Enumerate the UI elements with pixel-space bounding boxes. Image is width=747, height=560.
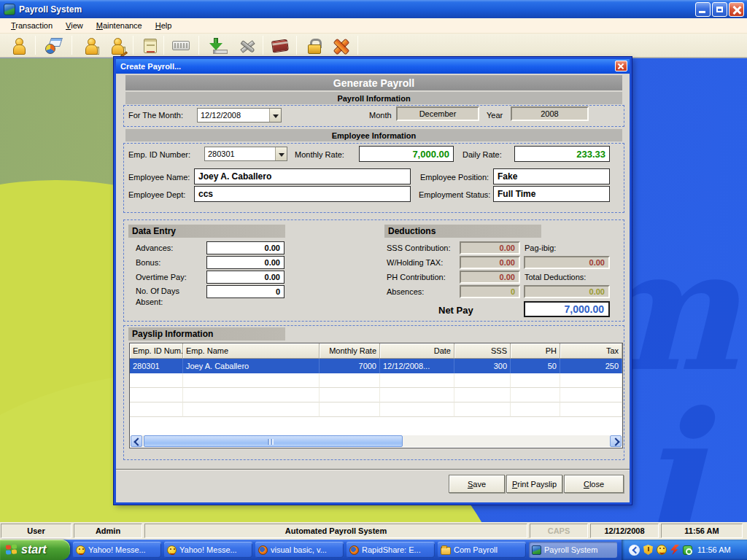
taskbar-button-com-payroll[interactable]: Com Payroll [438, 542, 526, 558]
pagibig-field: 0.00 [524, 256, 610, 269]
monthly-rate-field[interactable]: 7,000.00 [359, 146, 454, 162]
bonus-label: Bonus: [136, 258, 160, 267]
green-app-tray-icon[interactable] [683, 545, 692, 555]
create-payroll-dialog: Create Payroll... Generate Payroll Payro… [114, 57, 632, 505]
menu-transaction[interactable]: Transaction [4, 20, 59, 31]
employee-position-field[interactable]: Fake [493, 168, 610, 184]
chevron-down-icon[interactable] [275, 147, 287, 160]
security-lock-icon[interactable] [299, 35, 328, 56]
scroll-left-icon[interactable] [131, 435, 142, 447]
for-the-month-label: For The Month: [128, 111, 183, 120]
tools-icon[interactable] [232, 35, 261, 56]
payslip-table[interactable]: Emp. ID Num. Emp. Name Monthly Rate Date… [129, 343, 623, 448]
menu-help[interactable]: Help [149, 20, 179, 31]
chevron-down-icon[interactable] [269, 109, 281, 122]
table-row-selected[interactable]: 280301 Joey A. Caballero 7000 12/12/2008… [130, 359, 622, 373]
keyboard-icon[interactable] [166, 35, 196, 56]
status-caps: CAPS [530, 524, 588, 538]
overtime-pay-label: Overtime Pay: [136, 273, 187, 281]
payslip-information-header: Payslip Information [128, 327, 285, 341]
employee-dept-field[interactable]: ccs [194, 186, 411, 202]
column-header[interactable]: Emp. ID Num. [130, 343, 183, 359]
close-button[interactable] [729, 2, 744, 17]
restore-button[interactable] [712, 2, 727, 17]
employee-information-header: Employee Information [125, 129, 622, 141]
column-header[interactable]: Date [380, 343, 454, 359]
yahoo-messenger-icon [76, 545, 85, 555]
for-the-month-combobox[interactable]: 12/12/2008 [197, 108, 282, 122]
edit-employee-record-icon[interactable] [102, 35, 131, 56]
dialog-close-icon[interactable] [615, 61, 627, 71]
reports-icon[interactable] [39, 35, 69, 56]
wholding-tax-field: 0.00 [460, 256, 520, 269]
month-display: December [396, 106, 479, 121]
yahoo-messenger-tray-icon[interactable] [657, 545, 667, 555]
security-shield-icon[interactable] [643, 545, 653, 555]
window-title: Payroll System [19, 4, 82, 15]
taskbar-button-rapidshare[interactable]: RapidShare: E... [347, 542, 435, 558]
system-tray: 11:56 AM [622, 540, 747, 560]
sss-contribution-field: 0.00 [460, 241, 520, 254]
firefox-icon [258, 545, 268, 555]
menu-bar: Transaction View Maintenance Help [0, 18, 747, 34]
close-payroll-button[interactable]: Close [564, 475, 624, 493]
column-header[interactable]: SSS [454, 343, 511, 359]
start-button[interactable]: start [0, 540, 70, 560]
cell-emp-name: Joey A. Caballero [183, 359, 320, 373]
import-icon[interactable] [201, 35, 231, 56]
employee-record-icon[interactable] [76, 35, 105, 56]
column-header[interactable]: Monthly Rate [320, 343, 380, 359]
column-header[interactable]: Emp. Name [183, 343, 320, 359]
save-button[interactable]: Save [449, 475, 505, 493]
table-empty-row [130, 388, 622, 402]
horizontal-scrollbar[interactable] [131, 435, 622, 447]
taskbar-button-payroll-system[interactable]: Payroll System [529, 542, 617, 558]
pagibig-label: Pag-ibig: [525, 244, 556, 252]
emp-id-combobox[interactable]: 280301 [204, 147, 287, 161]
toolbar [0, 34, 747, 58]
employee-name-field[interactable]: Joey A. Caballero [194, 168, 411, 184]
exit-icon[interactable] [325, 35, 355, 56]
daily-rate-field[interactable]: 233.33 [514, 146, 610, 162]
menu-view[interactable]: View [59, 20, 90, 31]
cell-date: 12/12/2008... [380, 359, 454, 373]
cell-ph: 50 [511, 359, 560, 373]
print-payslip-button[interactable]: Print Payslip [506, 475, 562, 493]
employee-dept-label: Employee Dept: [128, 190, 185, 199]
taskbar-button-yahoo-1[interactable]: Yahoo! Messe... [73, 542, 161, 558]
bonus-field[interactable]: 0.00 [206, 256, 285, 269]
cell-emp-id: 280301 [130, 359, 183, 373]
total-deductions-field: 0.00 [524, 285, 610, 298]
taskbar: start Yahoo! Messe... Yahoo! Messe... vi… [0, 540, 747, 560]
chevron-left-icon[interactable] [629, 545, 640, 556]
menu-maintenance[interactable]: Maintenance [90, 20, 149, 31]
column-header[interactable]: PH [511, 343, 560, 359]
taskbar-button-visual-basic[interactable]: visual basic, v... [255, 542, 344, 558]
days-absent-label: No. Of Days Absent: [136, 286, 201, 308]
advances-field[interactable]: 0.00 [206, 241, 285, 254]
payroll-information-header: Payroll Information [125, 92, 622, 104]
scrollbar-thumb[interactable] [144, 435, 403, 447]
days-absent-field[interactable]: 0 [206, 285, 285, 298]
book-icon[interactable] [266, 35, 295, 56]
scroll-right-icon[interactable] [610, 435, 622, 447]
taskbar-button-label: Payroll System [544, 545, 597, 554]
button-area-separator [116, 469, 630, 470]
taskbar-button-yahoo-2[interactable]: Yahoo! Messe... [164, 542, 252, 558]
employee-icon[interactable] [4, 35, 33, 56]
column-header[interactable]: Tax [560, 343, 622, 359]
employment-status-field[interactable]: Full Time [493, 186, 610, 202]
overtime-pay-field[interactable]: 0.00 [206, 271, 285, 284]
wallpaper-letter-i: i [633, 372, 703, 522]
notes-icon[interactable] [136, 35, 165, 56]
yahoo-messenger-icon [167, 545, 177, 555]
deductions-header: Deductions [384, 225, 541, 238]
for-the-month-value: 12/12/2008 [198, 109, 269, 122]
absences-label: Absences: [387, 287, 424, 296]
year-display: 2008 [511, 106, 589, 121]
minimize-button[interactable] [695, 2, 711, 17]
status-time: 11:56 AM [661, 524, 743, 538]
lightning-tray-icon[interactable] [670, 545, 679, 555]
ph-contribution-field: 0.00 [460, 271, 520, 284]
screen: Payroll System Transaction View Maintena… [0, 0, 747, 560]
